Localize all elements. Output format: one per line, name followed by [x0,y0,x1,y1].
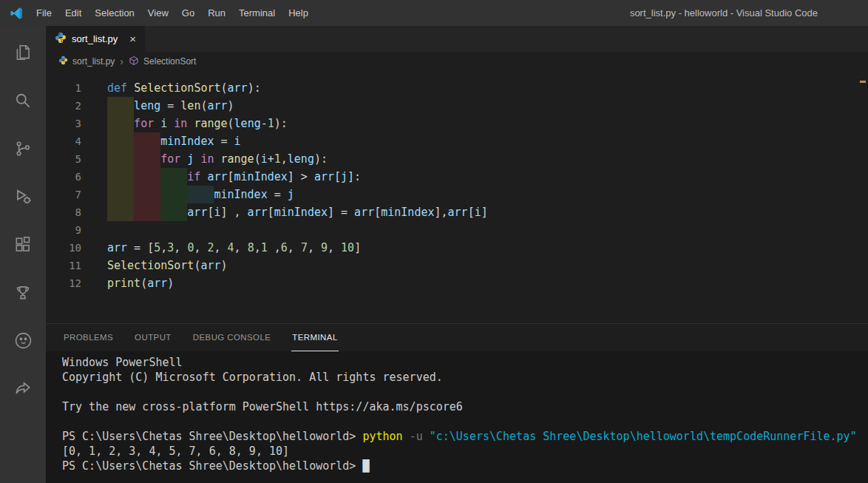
terminal-line: Try the new cross-platform PowerShell ht… [62,399,868,414]
menu-terminal[interactable]: Terminal [232,0,282,26]
indent-highlight [107,203,134,221]
code-text[interactable]: for j in range(i+1,leng): [107,150,328,168]
line-number: 8 [46,203,81,221]
line-number: 2 [46,97,81,115]
line-number: 12 [46,274,81,292]
source-control-icon [13,139,33,158]
panel-tabs: PROBLEMSOUTPUTDEBUG CONSOLETERMINAL [46,323,868,351]
code-line: 4minIndex = i [46,132,868,150]
line-number: 11 [46,257,81,274]
code-text[interactable]: def SelectionSort(arr): [107,79,261,97]
terminal-line: PS C:\Users\Chetas Shree\Desktop\hellowo… [62,429,868,444]
code-line: 9 [46,221,868,239]
panel-tab-terminal[interactable]: TERMINAL [291,324,338,351]
line-number: 9 [46,221,81,239]
activity-bar [0,26,46,483]
breadcrumb-file[interactable]: sort_list.py [72,56,115,67]
line-number: 5 [46,150,81,168]
terminal-line: PS C:\Users\Chetas Shree\Desktop\hellowo… [62,459,868,473]
code-text[interactable]: arr[i] , arr[minIndex] = arr[minIndex],a… [107,203,488,221]
code-line: 11SelectionSort(arr) [46,257,868,274]
indent-highlight [160,203,187,221]
code-line: 5for j in range(i+1,leng): [46,150,868,168]
overview-ruler-mark [860,81,866,83]
line-number: 3 [46,115,81,132]
menu-edit[interactable]: Edit [58,0,88,26]
activity-run-debug[interactable] [0,172,46,220]
terminal[interactable]: Windows PowerShellCopyright (C) Microsof… [46,351,868,483]
panel-tab-debug-console[interactable]: DEBUG CONSOLE [192,324,272,351]
indent-highlight [134,150,160,168]
workbench: sort_list.py × sort_list.py › SelectionS… [0,26,868,483]
indent-highlight [134,203,160,221]
panel-tab-output[interactable]: OUTPUT [134,324,172,351]
breadcrumb: sort_list.py › SelectionSort [46,52,868,71]
breadcrumb-symbol[interactable]: SelectionSort [143,56,196,67]
menu-bar: FileEditSelectionViewGoRunTerminalHelp [30,0,315,26]
paw-icon [13,331,33,351]
terminal-cursor: █ [362,459,369,473]
code-text[interactable]: arr = [5,3, 0, 2, 4, 8,1 ,6, 7, 9, 10] [107,239,361,257]
panel-tab-problems[interactable]: PROBLEMS [63,324,114,351]
menu-go[interactable]: Go [175,0,201,26]
code-line: 10arr = [5,3, 0, 2, 4, 8,1 ,6, 7, 9, 10] [46,239,868,257]
tab-label: sort_list.py [72,33,118,44]
tab-sort-list-py[interactable]: sort_list.py × [46,26,145,52]
indent-highlight [134,186,160,203]
line-number: 1 [46,79,81,97]
terminal-lines: Windows PowerShellCopyright (C) Microsof… [62,355,868,473]
terminal-line: [0, 1, 2, 3, 4, 5, 7, 6, 8, 9, 10] [62,444,868,459]
indent-highlight [160,168,187,186]
search-icon [13,91,33,110]
code-lines: 1def SelectionSort(arr):2leng = len(arr)… [46,79,868,292]
code-text[interactable]: SelectionSort(arr) [107,257,228,274]
activity-source-control[interactable] [0,124,46,172]
code-text[interactable]: if arr[minIndex] > arr[j]: [107,168,361,186]
run-debug-icon [13,187,33,206]
menu-file[interactable]: File [30,0,58,26]
menu-selection[interactable]: Selection [88,0,140,26]
tab-bar: sort_list.py × [46,26,868,52]
code-line: 12print(arr) [46,274,868,292]
line-number: 4 [46,132,81,150]
explorer-icon [13,43,33,62]
activity-pets[interactable] [0,317,46,365]
tab-close-icon[interactable]: × [129,33,136,44]
python-file-icon [55,32,67,46]
line-number: 7 [46,186,81,203]
code-line: 2leng = len(arr) [46,97,868,115]
activity-extensions[interactable] [0,220,46,268]
activity-search[interactable] [0,76,46,124]
menu-help[interactable]: Help [282,0,315,26]
code-text[interactable]: for i in range(leng-1): [107,115,288,132]
terminal-line [62,385,868,399]
activity-test-explorer[interactable] [0,268,46,317]
code-line: 6if arr[minIndex] > arr[j]: [46,168,868,186]
code-line: 7minIndex = j [46,186,868,203]
activity-live-share[interactable] [0,365,46,413]
editor-column: sort_list.py × sort_list.py › SelectionS… [46,26,868,483]
extensions-icon [13,235,33,254]
chevron-right-icon: › [120,55,123,67]
share-icon [13,379,33,399]
trophy-icon [13,283,33,303]
title-bar: FileEditSelectionViewGoRunTerminalHelp s… [0,0,868,26]
terminal-line: Copyright (C) Microsoft Corporation. All… [62,370,868,385]
menu-view[interactable]: View [141,0,175,26]
indent-highlight [107,115,134,132]
code-line: 8arr[i] , arr[minIndex] = arr[minIndex],… [46,203,868,221]
menu-run[interactable]: Run [201,0,232,26]
code-line: 3for i in range(leng-1): [46,115,868,132]
indent-highlight [107,186,134,203]
code-editor[interactable]: 1def SelectionSort(arr):2leng = len(arr)… [46,71,868,323]
indent-highlight [107,168,134,186]
code-text[interactable]: print(arr) [107,274,174,292]
code-text[interactable]: minIndex = j [107,186,294,203]
activity-explorer[interactable] [0,28,46,76]
code-text[interactable]: leng = len(arr) [107,97,234,115]
indent-highlight [134,132,160,150]
indent-highlight [187,186,214,203]
code-text[interactable]: minIndex = i [107,132,241,150]
indent-highlight [107,150,134,168]
line-number: 10 [46,239,81,257]
